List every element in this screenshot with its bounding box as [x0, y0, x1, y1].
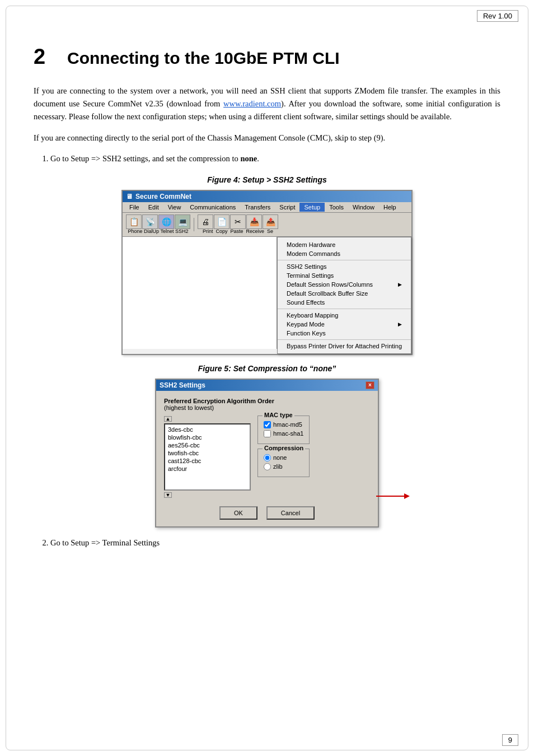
ssh2-enc-list[interactable]: 3des-cbc blowfish-cbc aes256-cbc twofish… [164, 423, 251, 491]
send-button[interactable]: 📤 [263, 214, 278, 229]
dd-function-keys[interactable]: Function Keys [278, 329, 411, 338]
ssh2-columns: ▲ 3des-cbc blowfish-cbc aes256-cbc twofi… [164, 416, 370, 498]
dd-ssh2-settings[interactable]: SSH2 Settings [278, 262, 411, 271]
step-1-text: Go to Setup => SSH2 settings, and set th… [50, 154, 240, 163]
main-content: 2 Connecting to the 10GbE PTM CLI If you… [0, 0, 534, 593]
radient-link[interactable]: www.radient.com [223, 99, 281, 108]
copy-button[interactable]: 📄 [214, 214, 229, 229]
receive-button[interactable]: 📥 [246, 214, 262, 229]
dd-session-rows[interactable]: Default Session Rows/Columns ▶ [278, 280, 411, 289]
dd-modem-commands[interactable]: Modem Commands [278, 249, 411, 258]
svg-marker-1 [404, 493, 410, 499]
hmac-md5-row: hmac-md5 [264, 421, 303, 428]
hmac-sha1-checkbox[interactable] [264, 430, 271, 437]
ssh2-enc-sublabel: (highest to lowest) [164, 404, 214, 411]
enc-item-blowfish: blowfish-cbc [166, 433, 249, 441]
ssh2-body: Preferred Encryption Algorithm Order (hi… [156, 391, 378, 526]
print-button[interactable]: 🖨 [198, 214, 213, 229]
dd-modem-hardware[interactable]: Modem Hardware [278, 240, 411, 249]
menu-transfers[interactable]: Transfers [240, 203, 275, 212]
page-number-box: 9 [502, 734, 518, 746]
dd-keypad-mode[interactable]: Keypad Mode ▶ [278, 320, 411, 329]
ssh2-button[interactable]: 💻 [175, 214, 190, 229]
hmac-md5-checkbox[interactable] [264, 421, 271, 428]
scn-setup-dropdown: Modem Hardware Modem Commands SSH2 Setti… [277, 237, 411, 354]
chapter-number: 2 [34, 45, 56, 69]
scroll-up-arrow[interactable]: ▲ [164, 416, 172, 422]
actions-label: Print Copy Paste Receive Se [203, 229, 273, 235]
scn-toolbar-action-icons: 🖨 📄 ✂ 📥 📤 [198, 214, 278, 229]
enc-item-3des: 3des-cbc [166, 426, 249, 433]
step-2: Go to Setup => Terminal Settings [50, 536, 500, 549]
hmac-sha1-row: hmac-sha1 [264, 430, 303, 437]
scn-toolbar-icons: 📋 📡 🌐 💻 [126, 214, 190, 229]
compression-none-label: none [273, 454, 287, 461]
step-1: Go to Setup => SSH2 settings, and set th… [50, 152, 500, 165]
connection-label: Phone DialUp Telnet SSH2 [128, 229, 189, 235]
mac-type-title: MAC type [263, 412, 294, 418]
figure-4-caption: Figure 4: Setup > SSH2 Settings [34, 175, 500, 184]
scn-dd-section-modem: Modem Hardware Modem Commands [278, 239, 411, 260]
menu-setup[interactable]: Setup [299, 203, 325, 212]
compression-title: Compression [263, 445, 305, 451]
dd-sound[interactable]: Sound Effects [278, 298, 411, 307]
scn-title-icon: 🖥 [126, 193, 133, 200]
figure-5-container: SSH2 Settings × Preferred Encryption Alg… [34, 379, 500, 528]
chapter-heading: 2 Connecting to the 10GbE PTM CLI [34, 45, 500, 69]
step-1-period: . [257, 154, 259, 163]
dd-bypass-printer[interactable]: Bypass Printer Driver for Attached Print… [278, 342, 411, 351]
phone-button[interactable]: 📋 [126, 214, 142, 229]
step-list: Go to Setup => SSH2 settings, and set th… [50, 152, 500, 165]
chapter-title: Connecting to the 10GbE PTM CLI [67, 49, 340, 68]
hmac-md5-label: hmac-md5 [273, 421, 302, 428]
scn-toolbar-connection-group: 📋 📡 🌐 💻 Phone DialUp Telnet SSH2 [126, 214, 190, 235]
secure-commnet-window: 🖥 Secure CommNet File Edit View Communic… [121, 190, 413, 355]
intro-paragraph-1: If you are connecting to the system over… [34, 85, 500, 124]
hmac-sha1-label: hmac-sha1 [273, 430, 303, 437]
ssh2-dialog: SSH2 Settings × Preferred Encryption Alg… [155, 379, 379, 528]
arrow-annotation [376, 491, 410, 504]
menu-script[interactable]: Script [275, 203, 299, 212]
ssh2-enc-column: ▲ 3des-cbc blowfish-cbc aes256-cbc twofi… [164, 416, 251, 498]
dd-scrollback[interactable]: Default Scrollback Buffer Size [278, 289, 411, 298]
paste-button[interactable]: ✂ [230, 214, 246, 229]
enc-item-arcfour: arcfour [166, 465, 249, 473]
dialup-button[interactable]: 📡 [142, 214, 158, 229]
menu-communications[interactable]: Communications [185, 203, 240, 212]
menu-edit[interactable]: Edit [144, 203, 163, 212]
compression-none-radio[interactable] [264, 454, 271, 461]
scn-title-label: Secure CommNet [135, 193, 191, 200]
submenu-arrow-1: ▶ [398, 282, 402, 287]
ssh2-dialog-buttons: OK Cancel [164, 506, 370, 520]
scn-dd-section-settings: SSH2 Settings Terminal Settings Default … [278, 260, 411, 309]
scn-toolbar-actions-group: 🖨 📄 ✂ 📥 📤 Print Copy Paste Receive Se [198, 214, 278, 235]
enc-item-aes256: aes256-cbc [166, 441, 249, 449]
scn-menubar: File Edit View Communications Transfers … [123, 202, 411, 213]
menu-tools[interactable]: Tools [325, 203, 348, 212]
menu-file[interactable]: File [125, 203, 144, 212]
scn-titlebar: 🖥 Secure CommNet [123, 191, 411, 202]
compression-zlib-label: zlib [273, 463, 283, 470]
ok-button[interactable]: OK [219, 506, 257, 520]
scn-terminal [123, 237, 277, 349]
menu-view[interactable]: View [163, 203, 186, 212]
ssh2-right-panels: MAC type hmac-md5 hmac-sha1 [257, 416, 310, 498]
toolbar-divider-1 [194, 218, 194, 231]
compression-zlib-row: zlib [264, 463, 303, 470]
dd-keyboard-mapping[interactable]: Keyboard Mapping [278, 311, 411, 320]
submenu-arrow-2: ▶ [398, 321, 402, 327]
cancel-button[interactable]: Cancel [266, 506, 315, 520]
figure-5-caption: Figure 5: Set Compression to “none” [34, 364, 500, 373]
telnet-button[interactable]: 🌐 [158, 214, 174, 229]
scn-dd-section-keyboard: Keyboard Mapping Keypad Mode ▶ Function … [278, 309, 411, 340]
enc-item-twofish: twofish-cbc [166, 449, 249, 457]
menu-window[interactable]: Window [348, 203, 379, 212]
page-number: 9 [508, 736, 512, 744]
scroll-down-arrow[interactable]: ▼ [164, 492, 172, 498]
menu-help[interactable]: Help [379, 203, 401, 212]
dd-terminal-settings[interactable]: Terminal Settings [278, 271, 411, 280]
compression-zlib-radio[interactable] [264, 463, 271, 470]
ssh2-close-button[interactable]: × [366, 381, 374, 389]
mac-type-groupbox: MAC type hmac-md5 hmac-sha1 [257, 416, 310, 444]
intro-paragraph-2: If you are connecting directly to the se… [34, 132, 500, 144]
